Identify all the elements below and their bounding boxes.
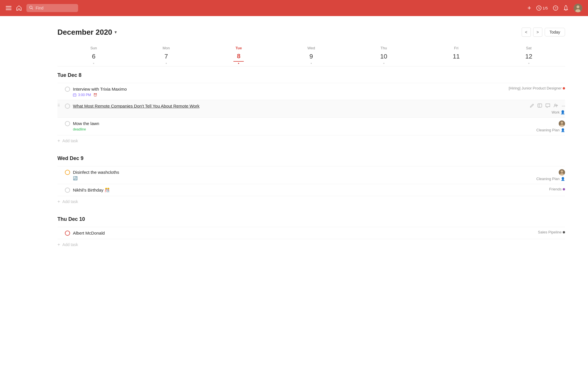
avatar[interactable]: [574, 4, 582, 12]
shared-icon: 👤: [561, 177, 565, 181]
task-title: Nikhil's Birthday 🎊: [73, 187, 546, 193]
day-dot-thu: [383, 63, 384, 64]
day-num-fri: 11: [451, 51, 461, 62]
section-thu-dec-10: Thu Dec 10 ⠿ Albert McDonald Sales Pipel…: [57, 216, 565, 250]
day-dot-sat: [528, 63, 529, 64]
add-task-row-thu[interactable]: + Add task: [57, 239, 565, 250]
task-checkbox[interactable]: [65, 188, 70, 193]
task-meta: 3:00 PM ⏰: [73, 93, 506, 97]
month-title[interactable]: December 2020 ▾: [57, 28, 117, 37]
help-icon[interactable]: ?: [553, 5, 558, 11]
plus-icon: +: [57, 242, 60, 247]
day-name-mon: Mon: [163, 46, 170, 50]
task-checkbox[interactable]: [65, 87, 70, 92]
plus-icon: +: [57, 199, 60, 204]
svg-rect-15: [538, 104, 542, 107]
day-col-thu[interactable]: Thu 10: [347, 46, 420, 64]
add-task-row-tue[interactable]: + Add task: [57, 135, 565, 146]
section-tue-dec-8: Tue Dec 8 ⠿ Interview with Trixia Maximo: [57, 72, 565, 146]
shared-icon: 👤: [561, 128, 565, 132]
svg-point-17: [554, 104, 556, 106]
day-col-sat[interactable]: Sat 12: [492, 46, 565, 64]
task-meta: deadline: [73, 127, 533, 131]
project-dot: [563, 188, 565, 190]
day-col-mon[interactable]: Mon 7: [130, 46, 203, 64]
karma-badge[interactable]: 1/5: [536, 5, 548, 11]
day-num-mon: 7: [161, 51, 171, 62]
avatar-small: [559, 120, 565, 127]
month-dropdown-arrow[interactable]: ▾: [115, 30, 117, 34]
today-button[interactable]: Today: [545, 28, 565, 36]
project-dot: [563, 231, 565, 233]
task-title: Mow the lawn: [73, 120, 533, 126]
plus-icon: +: [57, 138, 60, 143]
task-right: Friends: [549, 187, 565, 191]
panel-icon[interactable]: [537, 104, 542, 108]
add-task-label: Add task: [62, 199, 78, 204]
work-text: Work: [552, 110, 560, 114]
drag-handle[interactable]: ⠿: [57, 103, 62, 108]
table-row: ⠿ Disinfect the washcloths 🔄: [57, 166, 565, 184]
day-name-fri: Fri: [454, 46, 459, 50]
svg-rect-0: [6, 6, 11, 7]
task-right: Sales Pipeline: [538, 230, 565, 234]
task-checkbox[interactable]: [65, 170, 70, 175]
day-col-tue[interactable]: Tue 8: [202, 46, 275, 64]
project-label: Friends: [549, 187, 565, 191]
task-checkbox[interactable]: [65, 231, 70, 236]
task-title: What Most Remote Companies Don't Tell Yo…: [73, 103, 527, 109]
add-icon[interactable]: +: [527, 4, 531, 12]
prev-button[interactable]: <: [522, 28, 531, 37]
task-title: Interview with Trixia Maximo: [73, 86, 506, 92]
day-name-sun: Sun: [90, 46, 97, 50]
section-title-tue: Tue Dec 8: [57, 72, 565, 78]
nav-controls: < > Today: [522, 28, 565, 37]
task-checkbox[interactable]: [65, 121, 70, 126]
svg-point-24: [561, 170, 563, 173]
section-wed-dec-9: Wed Dec 9 ⠿ Disinfect the washcloths 🔄: [57, 155, 565, 207]
project-dot: [563, 87, 565, 89]
search-input[interactable]: [26, 4, 78, 12]
next-button[interactable]: >: [533, 28, 542, 37]
section-title-wed: Wed Dec 9: [57, 155, 565, 161]
table-row: ⠿ Nikhil's Birthday 🎊 Friends: [57, 184, 565, 196]
day-col-wed[interactable]: Wed 9: [275, 46, 348, 64]
calendar-header: December 2020 ▾ < > Today: [57, 28, 565, 37]
project-label: Sales Pipeline: [538, 230, 565, 234]
repeat-icon: 🔄: [73, 176, 78, 180]
table-row: ⠿ Interview with Trixia Maximo 3:00: [57, 83, 565, 100]
edit-icon[interactable]: [530, 104, 534, 109]
more-icon[interactable]: ···: [562, 103, 565, 109]
task-right: ··· Work 👤: [530, 103, 565, 114]
bell-icon[interactable]: [563, 5, 568, 11]
task-content: Disinfect the washcloths 🔄: [73, 169, 533, 180]
task-checkbox[interactable]: [65, 104, 70, 109]
day-num-sun: 6: [88, 51, 99, 62]
svg-rect-1: [6, 8, 11, 8]
task-list-thu: ⠿ Albert McDonald Sales Pipeline: [57, 227, 565, 239]
task-right: Cleaning Plan 👤: [536, 120, 565, 132]
comment-icon[interactable]: [546, 104, 550, 109]
avatar-small: [559, 169, 565, 176]
assign-icon[interactable]: [554, 104, 558, 108]
day-col-fri[interactable]: Fri 11: [420, 46, 493, 64]
work-person-icon: 👤: [560, 110, 565, 114]
home-icon[interactable]: [16, 5, 22, 11]
task-title: Disinfect the washcloths: [73, 169, 533, 175]
task-content: Interview with Trixia Maximo 3:00 PM ⏰: [73, 86, 506, 97]
task-list-tue: ⠿ Interview with Trixia Maximo 3:00: [57, 83, 565, 135]
topbar-right: + 1/5 ?: [527, 4, 582, 12]
task-title: Albert McDonald: [73, 230, 535, 236]
task-content: Nikhil's Birthday 🎊: [73, 187, 546, 193]
task-time: 3:00 PM: [73, 93, 91, 97]
table-row: ⠿ Mow the lawn deadline: [57, 118, 565, 135]
day-name-thu: Thu: [380, 46, 387, 50]
project-label: Cleaning Plan 👤: [536, 177, 565, 181]
task-list-wed: ⠿ Disinfect the washcloths 🔄: [57, 166, 565, 196]
add-task-row-wed[interactable]: + Add task: [57, 196, 565, 207]
day-col-sun[interactable]: Sun 6: [57, 46, 130, 64]
menu-icon[interactable]: [6, 6, 11, 10]
topbar: + 1/5 ?: [0, 0, 588, 16]
task-content: Mow the lawn deadline: [73, 120, 533, 131]
day-dot-sun: [93, 63, 94, 64]
